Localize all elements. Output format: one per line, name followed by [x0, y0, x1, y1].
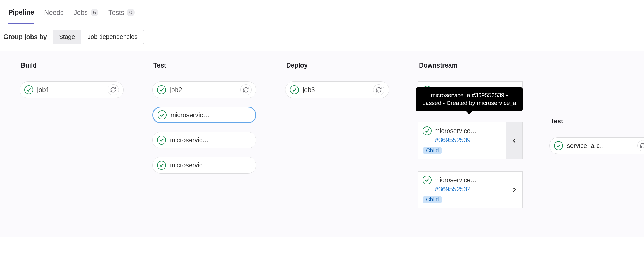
stage-column-downstream: Downstream microservice_a #369552539 - p… — [418, 62, 538, 220]
status-passed-icon — [423, 126, 432, 135]
tab-jobs[interactable]: Jobs 6 — [74, 5, 98, 23]
status-passed-icon — [157, 136, 166, 145]
status-passed-icon — [290, 85, 299, 94]
tab-pipeline[interactable]: Pipeline — [8, 5, 34, 24]
stage-title: Test — [550, 117, 644, 125]
tab-label: Jobs — [74, 9, 88, 16]
stage-title: Downstream — [419, 62, 538, 69]
stage-title: Deploy — [286, 62, 418, 69]
stage-column-test: Test job2 microservic… — [152, 62, 285, 220]
status-passed-icon — [423, 176, 432, 184]
status-passed-icon — [157, 161, 166, 170]
tab-label: Tests — [108, 9, 124, 16]
downstream-card[interactable]: microservice… #369552539 Child — [418, 122, 523, 159]
job-card[interactable]: microservic… — [152, 157, 256, 174]
stage-title: Test — [153, 62, 285, 69]
job-tooltip: microservice_a #369552539 - passed - Cre… — [416, 87, 523, 111]
child-pipeline-column: Test service_a-c… — [549, 62, 644, 220]
pipeline-board: Build job1 Test — [0, 51, 644, 237]
jobs-count-badge: 6 — [91, 9, 98, 16]
job-name: job3 — [303, 86, 369, 94]
collapse-button[interactable] — [506, 122, 522, 159]
job-name: job1 — [37, 86, 104, 94]
retry-button[interactable] — [637, 140, 644, 151]
status-passed-icon — [157, 85, 166, 94]
downstream-pipeline-link[interactable]: #369552539 — [435, 136, 501, 144]
job-card[interactable]: job2 — [152, 81, 256, 98]
tab-label: Needs — [44, 9, 63, 16]
retry-button[interactable] — [108, 84, 119, 95]
stage-column-build: Build job1 — [20, 62, 152, 220]
tooltip-text: microservice_a #369552539 - passed - Cre… — [422, 92, 516, 106]
tests-count-badge: 0 — [127, 9, 135, 16]
group-by-stage-button[interactable]: Stage — [53, 30, 81, 44]
group-by-dependencies-button[interactable]: Job dependencies — [81, 30, 144, 44]
stage-column-deploy: Deploy job3 — [285, 62, 418, 220]
job-card[interactable]: microservic… — [152, 132, 256, 148]
downstream-pipeline-link[interactable]: #369552532 — [435, 186, 501, 193]
job-name: microservic… — [171, 111, 251, 119]
job-name: microservic… — [170, 162, 252, 169]
expand-button[interactable] — [506, 172, 522, 208]
status-passed-icon — [554, 141, 563, 150]
job-card[interactable]: service_a-c… — [549, 137, 644, 154]
downstream-name: microservice… — [434, 127, 477, 135]
tab-label: Pipeline — [8, 8, 34, 16]
child-badge: Child — [423, 196, 442, 203]
job-card[interactable]: microservic… — [152, 107, 256, 123]
retry-button[interactable] — [240, 84, 252, 95]
group-jobs-by-segmented: Stage Job dependencies — [53, 30, 144, 44]
tab-needs[interactable]: Needs — [44, 5, 63, 23]
group-jobs-by-label: Group jobs by — [3, 33, 47, 41]
retry-button[interactable] — [373, 84, 384, 95]
child-badge: Child — [423, 147, 442, 154]
status-passed-icon — [24, 85, 33, 94]
job-card[interactable]: job1 — [20, 81, 124, 98]
status-passed-icon — [158, 110, 167, 119]
job-name: service_a-c… — [567, 142, 633, 150]
job-name: job2 — [170, 86, 236, 94]
pipeline-tabs: Pipeline Needs Jobs 6 Tests 0 — [0, 0, 644, 23]
group-jobs-by-row: Group jobs by Stage Job dependencies — [0, 23, 644, 51]
job-name: microservic… — [170, 136, 252, 144]
job-card[interactable]: job3 — [285, 81, 389, 98]
tab-tests[interactable]: Tests 0 — [108, 5, 135, 23]
downstream-card[interactable]: microservice… #369552532 Child — [418, 171, 523, 208]
downstream-name: microservice… — [434, 176, 477, 184]
stage-title: Build — [21, 62, 152, 69]
